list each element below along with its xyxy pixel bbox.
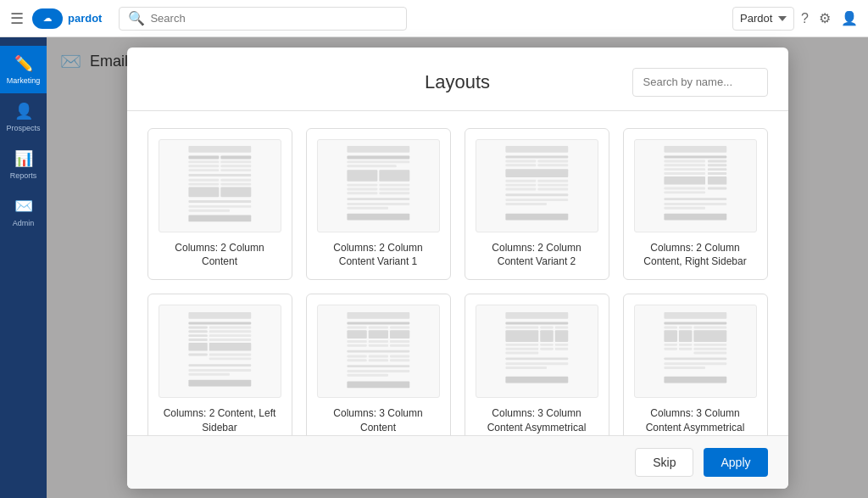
layout-card-6[interactable]: Columns: 3 Column Content [306, 294, 451, 434]
svg-rect-1 [188, 156, 219, 159]
global-search-input[interactable] [150, 12, 398, 25]
svg-rect-19 [188, 215, 251, 221]
svg-rect-72 [188, 311, 251, 318]
apply-button[interactable]: Apply [704, 448, 767, 477]
layout-card-3[interactable]: Columns: 2 Column Content Variant 2 [465, 128, 609, 281]
svg-rect-62 [708, 172, 726, 175]
svg-rect-57 [664, 164, 705, 166]
svg-rect-46 [537, 184, 568, 187]
layout-label-6: Columns: 3 Column Content [317, 406, 440, 434]
svg-rect-55 [664, 159, 705, 162]
svg-rect-81 [209, 339, 251, 341]
layout-thumbnail-2 [317, 139, 440, 232]
skip-button[interactable]: Skip [635, 448, 693, 477]
svg-rect-44 [537, 180, 568, 182]
svg-rect-148 [693, 347, 726, 350]
svg-rect-87 [188, 364, 251, 367]
svg-rect-50 [505, 199, 568, 201]
svg-rect-40 [505, 164, 536, 166]
svg-rect-139 [693, 326, 726, 328]
svg-rect-106 [347, 355, 366, 357]
svg-rect-41 [537, 164, 568, 166]
hamburger-icon[interactable]: ☰ [10, 9, 24, 28]
svg-rect-25 [379, 170, 409, 182]
pardot-logo-text: pardot [68, 12, 102, 25]
svg-rect-32 [347, 198, 409, 200]
search-icon: 🔍 [128, 10, 145, 26]
svg-rect-101 [390, 339, 409, 342]
svg-rect-42 [505, 169, 568, 177]
svg-rect-15 [220, 187, 251, 197]
layout-card-7[interactable]: Columns: 3 Column Content Asymmetrical [465, 294, 609, 434]
prospects-icon: 👤 [14, 102, 33, 120]
global-search-bar[interactable]: 🔍 [119, 7, 407, 31]
layout-card-1[interactable]: Columns: 2 Column Content [147, 128, 292, 281]
layout-thumbnail-4 [634, 139, 757, 232]
admin-icon: ✉️ [14, 197, 33, 215]
svg-rect-8 [220, 169, 251, 171]
svg-rect-85 [209, 353, 251, 355]
settings-icon[interactable]: ⚙ [819, 10, 831, 26]
svg-rect-70 [664, 207, 705, 210]
svg-rect-86 [209, 357, 251, 360]
svg-rect-7 [188, 169, 219, 171]
svg-rect-11 [220, 179, 251, 182]
top-nav: ☰ ☁ pardot 🔍 Pardot ? ⚙ 👤 [0, 0, 868, 37]
svg-rect-146 [664, 347, 677, 350]
pardot-selector[interactable]: Pardot [732, 7, 794, 31]
svg-rect-138 [679, 326, 693, 328]
svg-rect-90 [188, 379, 251, 386]
user-icon[interactable]: 👤 [841, 10, 858, 26]
svg-rect-122 [540, 330, 554, 342]
svg-rect-152 [664, 367, 705, 369]
sidebar-item-marketing[interactable]: ✏️ Marketing [0, 46, 47, 93]
svg-rect-109 [347, 359, 366, 361]
layout-card-8[interactable]: Columns: 3 Column Content Asymmetrical V… [623, 294, 768, 434]
svg-rect-144 [679, 343, 693, 345]
svg-rect-97 [368, 330, 387, 339]
svg-rect-79 [209, 334, 251, 337]
sidebar-label-marketing: Marketing [7, 76, 41, 85]
svg-rect-99 [347, 339, 366, 342]
svg-rect-48 [537, 187, 568, 190]
sidebar-item-prospects[interactable]: 👤 Prospects [0, 93, 47, 141]
svg-rect-111 [390, 359, 409, 361]
svg-rect-92 [347, 322, 409, 324]
layout-card-2[interactable]: Columns: 2 Column Content Variant 1 [306, 128, 451, 281]
svg-rect-124 [505, 343, 538, 345]
layout-card-5[interactable]: Columns: 2 Content, Left Sidebar [147, 294, 292, 434]
svg-rect-76 [188, 330, 207, 333]
svg-rect-51 [505, 203, 547, 205]
layout-label-5: Columns: 2 Content, Left Sidebar [159, 406, 281, 434]
help-icon[interactable]: ? [801, 11, 809, 26]
layout-thumbnail-6 [317, 305, 440, 398]
svg-rect-30 [347, 192, 377, 194]
layout-card-4[interactable]: Columns: 2 Column Content, Right Sidebar [623, 128, 768, 281]
svg-rect-26 [347, 184, 377, 187]
nav-icons: ? ⚙ 👤 [801, 10, 858, 26]
layout-label-7: Columns: 3 Column Content Asymmetrical [476, 406, 598, 434]
svg-rect-125 [540, 343, 554, 345]
svg-rect-61 [664, 172, 705, 175]
svg-rect-150 [664, 357, 726, 360]
svg-rect-118 [505, 326, 538, 328]
svg-rect-29 [379, 187, 409, 190]
svg-rect-14 [188, 187, 219, 197]
svg-rect-123 [554, 330, 568, 342]
svg-rect-103 [368, 344, 387, 346]
main-layout: ✏️ Marketing 👤 Prospects 📊 Reports ✉️ Ad… [0, 37, 868, 498]
sidebar-item-admin[interactable]: ✉️ Admin [0, 188, 47, 236]
svg-rect-17 [188, 205, 251, 208]
svg-rect-38 [505, 159, 536, 162]
marketing-icon: ✏️ [14, 54, 33, 73]
svg-rect-16 [188, 200, 251, 203]
svg-rect-95 [390, 326, 409, 328]
sidebar-item-reports[interactable]: 📊 Reports [0, 141, 47, 188]
svg-rect-105 [347, 350, 409, 352]
modal-title: Layouts [283, 71, 632, 93]
svg-rect-5 [188, 165, 219, 167]
layout-search-input[interactable] [632, 68, 768, 97]
svg-rect-91 [347, 311, 409, 318]
svg-rect-64 [708, 176, 726, 185]
svg-rect-147 [679, 347, 693, 350]
